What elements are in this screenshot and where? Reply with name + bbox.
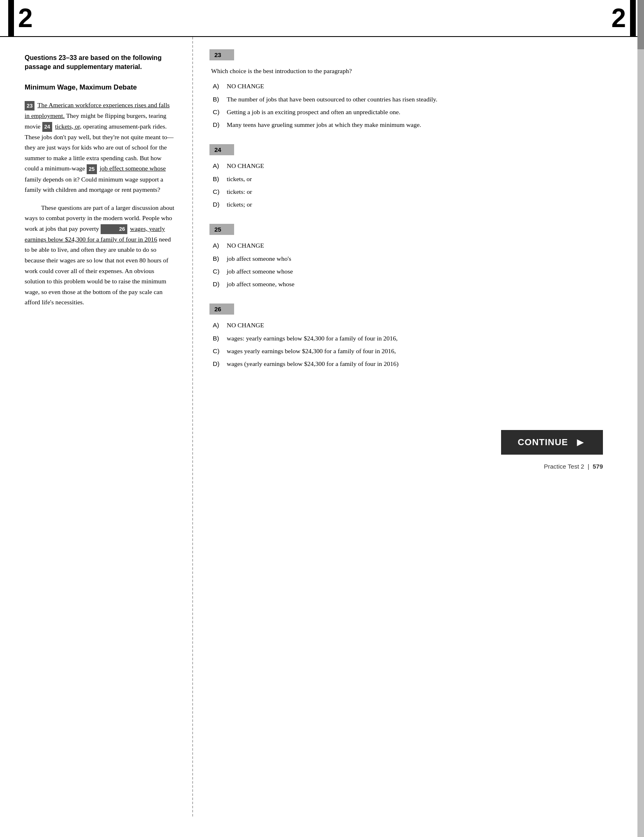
answer-23-d[interactable]: D) Many teens have grueling summer jobs … [209, 120, 623, 129]
question-number-25: 25 [209, 224, 234, 235]
answer-text-26-b: wages: yearly earnings below $24,300 for… [227, 333, 623, 343]
answer-26-d[interactable]: D) wages (yearly earnings below $24,300 … [209, 359, 623, 368]
passage-underline-24: tickets, or, [55, 123, 81, 130]
question-block-23: 23 Which choice is the best introduction… [209, 49, 623, 129]
main-content: Questions 23–33 are based on the followi… [0, 37, 644, 816]
answer-text-26-a: NO CHANGE [227, 320, 623, 330]
answer-26-a[interactable]: A) NO CHANGE [209, 320, 623, 330]
passage-paragraph-2: These questions are part of a larger dis… [25, 202, 176, 308]
answer-text-23-d: Many teens have grueling summer jobs at … [227, 120, 623, 129]
inline-question-24: 24 [42, 122, 52, 131]
answer-letter-23-c: C) [213, 107, 223, 117]
answer-24-d[interactable]: D) tickets; or [209, 200, 623, 209]
header-bar-right [630, 0, 636, 36]
questions-header: Questions 23–33 are based on the followi… [25, 53, 176, 72]
passage-title: Minimum Wage, Maximum Debate [25, 83, 176, 92]
footer-practice-text: Practice Test 2 [544, 463, 584, 470]
scrollbar-thumb[interactable] [637, 0, 644, 49]
footer-page-number: 579 [593, 463, 603, 470]
answer-text-24-d: tickets; or [227, 200, 623, 209]
answer-letter-26-c: C) [213, 346, 223, 356]
answer-letter-25-c: C) [213, 267, 223, 276]
answer-text-25-b: job affect someone who's [227, 254, 623, 263]
answer-text-24-b: tickets, or [227, 174, 623, 184]
footer: Practice Test 2 | 579 [209, 463, 623, 478]
header-bar-left [8, 0, 14, 36]
answer-letter-23-d: D) [213, 120, 223, 129]
answer-text-25-a: NO CHANGE [227, 241, 623, 250]
answer-letter-25-b: B) [213, 254, 223, 263]
answer-text-23-b: The number of jobs that have been outsou… [227, 94, 623, 104]
answer-options-23: A) NO CHANGE B) The number of jobs that … [209, 81, 623, 129]
answer-25-b[interactable]: B) job affect someone who's [209, 254, 623, 263]
answer-letter-23-a: A) [213, 81, 223, 91]
answer-letter-24-b: B) [213, 174, 223, 184]
passage-paragraph-1: 23 The American workforce experiences ri… [25, 100, 176, 195]
answer-23-a[interactable]: A) NO CHANGE [209, 81, 623, 91]
passage-text: 23 The American workforce experiences ri… [25, 100, 176, 308]
left-column: Questions 23–33 are based on the followi… [0, 37, 193, 816]
question-block-24: 24 A) NO CHANGE B) tickets, or C) ticket… [209, 144, 623, 209]
inline-question-25: 25 [87, 164, 97, 174]
answer-options-25: A) NO CHANGE B) job affect someone who's… [209, 241, 623, 289]
answer-25-a[interactable]: A) NO CHANGE [209, 241, 623, 250]
continue-button-area: CONTINUE ► [209, 418, 623, 463]
answer-24-c[interactable]: C) tickets: or [209, 187, 623, 196]
question-number-23: 23 [209, 49, 234, 60]
answer-text-23-a: NO CHANGE [227, 81, 623, 91]
answer-24-b[interactable]: B) tickets, or [209, 174, 623, 184]
header-left: 2 [0, 0, 41, 36]
answer-options-26: A) NO CHANGE B) wages: yearly earnings b… [209, 320, 623, 368]
question-number-24: 24 [209, 144, 234, 155]
answer-23-c[interactable]: C) Getting a job is an exciting prospect… [209, 107, 623, 117]
answer-letter-24-d: D) [213, 200, 223, 209]
answer-24-a[interactable]: A) NO CHANGE [209, 161, 623, 170]
passage-underline-23: The American workforce experiences rises… [25, 101, 170, 119]
answer-text-24-a: NO CHANGE [227, 161, 623, 170]
answer-letter-26-a: A) [213, 320, 223, 330]
answer-26-b[interactable]: B) wages: yearly earnings below $24,300 … [209, 333, 623, 343]
inline-question-26: 26 [101, 224, 127, 234]
answer-26-c[interactable]: C) wages yearly earnings below $24,300 f… [209, 346, 623, 356]
answer-text-23-c: Getting a job is an exciting prospect an… [227, 107, 623, 117]
answer-25-c[interactable]: C) job affect someone whose [209, 267, 623, 276]
right-column: 23 Which choice is the best introduction… [193, 37, 644, 816]
answer-text-26-d: wages (yearly earnings below $24,300 for… [227, 359, 623, 368]
answer-letter-25-d: D) [213, 279, 223, 289]
question-block-25: 25 A) NO CHANGE B) job affect someone wh… [209, 224, 623, 289]
answer-25-d[interactable]: D) job affect someone, whose [209, 279, 623, 289]
passage-underline-26: wages, yearly earnings below $24,300 for… [25, 225, 165, 243]
question-number-26: 26 [209, 304, 234, 315]
answer-options-24: A) NO CHANGE B) tickets, or C) tickets: … [209, 161, 623, 209]
passage-underline-25: job effect someone whose [99, 165, 166, 172]
answer-text-25-d: job affect someone, whose [227, 279, 623, 289]
header-number-left: 2 [18, 3, 33, 33]
continue-label: CONTINUE [518, 437, 568, 448]
answer-23-b[interactable]: B) The number of jobs that have been out… [209, 94, 623, 104]
answer-text-26-c: wages yearly earnings below $24,300 for … [227, 346, 623, 356]
header-number-right: 2 [611, 3, 626, 33]
continue-arrow-icon: ► [575, 437, 586, 448]
inline-question-23: 23 [25, 101, 34, 110]
answer-letter-24-a: A) [213, 161, 223, 170]
answer-letter-25-a: A) [213, 241, 223, 250]
page-header: 2 2 [0, 0, 644, 37]
answer-text-24-c: tickets: or [227, 187, 623, 196]
question-text-23: Which choice is the best introduction to… [211, 66, 623, 76]
answer-letter-26-d: D) [213, 359, 223, 368]
question-block-26: 26 A) NO CHANGE B) wages: yearly earning… [209, 304, 623, 368]
continue-button[interactable]: CONTINUE ► [501, 430, 603, 455]
answer-letter-24-c: C) [213, 187, 223, 196]
answer-letter-23-b: B) [213, 94, 223, 104]
answer-letter-26-b: B) [213, 333, 223, 343]
scrollbar[interactable] [637, 0, 644, 837]
answer-text-25-c: job affect someone whose [227, 267, 623, 276]
